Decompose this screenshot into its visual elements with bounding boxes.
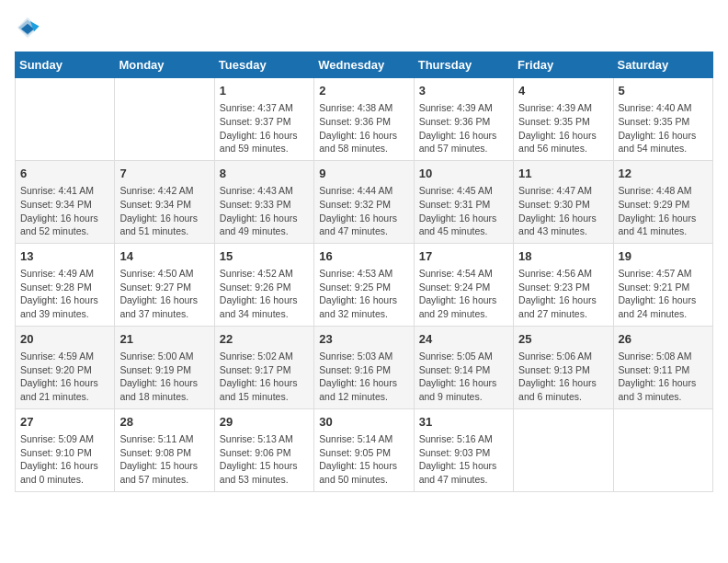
day-number: 28: [119, 414, 209, 431]
day-info: Sunrise: 4:45 AM Sunset: 9:31 PM Dayligh…: [419, 184, 508, 238]
weekday-header-thursday: Thursday: [414, 52, 513, 78]
day-number: 30: [319, 414, 408, 431]
calendar-cell: [514, 408, 613, 491]
calendar-cell: 5Sunrise: 4:40 AM Sunset: 9:35 PM Daylig…: [613, 78, 712, 161]
day-info: Sunrise: 4:37 AM Sunset: 9:37 PM Dayligh…: [220, 101, 309, 155]
weekday-header-saturday: Saturday: [613, 52, 712, 78]
day-number: 10: [419, 166, 508, 182]
day-number: 8: [220, 166, 309, 182]
calendar-cell: 4Sunrise: 4:39 AM Sunset: 9:35 PM Daylig…: [514, 78, 613, 161]
calendar-cell: 26Sunrise: 5:08 AM Sunset: 9:11 PM Dayli…: [613, 326, 712, 408]
day-info: Sunrise: 5:09 AM Sunset: 9:10 PM Dayligh…: [20, 432, 109, 487]
calendar-cell: 7Sunrise: 4:42 AM Sunset: 9:34 PM Daylig…: [115, 160, 214, 243]
calendar-cell: 11Sunrise: 4:47 AM Sunset: 9:30 PM Dayli…: [514, 160, 613, 243]
day-info: Sunrise: 4:54 AM Sunset: 9:24 PM Dayligh…: [419, 267, 508, 321]
weekday-header-wednesday: Wednesday: [314, 52, 414, 78]
calendar-week-row-5: 27Sunrise: 5:09 AM Sunset: 9:10 PM Dayli…: [16, 408, 713, 491]
calendar-cell: 2Sunrise: 4:38 AM Sunset: 9:36 PM Daylig…: [314, 78, 414, 161]
calendar-cell: [16, 78, 115, 161]
day-info: Sunrise: 4:39 AM Sunset: 9:36 PM Dayligh…: [419, 101, 508, 155]
calendar-week-row-1: 1Sunrise: 4:37 AM Sunset: 9:37 PM Daylig…: [16, 78, 713, 161]
calendar-cell: 22Sunrise: 5:02 AM Sunset: 9:17 PM Dayli…: [214, 326, 313, 408]
day-number: 20: [20, 331, 109, 348]
calendar-week-row-3: 13Sunrise: 4:49 AM Sunset: 9:28 PM Dayli…: [16, 243, 713, 326]
day-info: Sunrise: 4:52 AM Sunset: 9:26 PM Dayligh…: [220, 267, 309, 321]
calendar-cell: 27Sunrise: 5:09 AM Sunset: 9:10 PM Dayli…: [16, 408, 115, 491]
day-number: 17: [419, 248, 508, 265]
calendar-cell: [115, 78, 214, 161]
calendar-cell: 13Sunrise: 4:49 AM Sunset: 9:28 PM Dayli…: [16, 243, 115, 326]
calendar-cell: 23Sunrise: 5:03 AM Sunset: 9:16 PM Dayli…: [314, 326, 414, 408]
day-info: Sunrise: 5:14 AM Sunset: 9:05 PM Dayligh…: [319, 432, 408, 487]
day-number: 4: [518, 83, 608, 99]
calendar-cell: 3Sunrise: 4:39 AM Sunset: 9:36 PM Daylig…: [414, 78, 513, 161]
day-number: 18: [518, 248, 608, 265]
calendar-cell: 24Sunrise: 5:05 AM Sunset: 9:14 PM Dayli…: [414, 326, 513, 408]
calendar-cell: 9Sunrise: 4:44 AM Sunset: 9:32 PM Daylig…: [314, 160, 414, 243]
day-info: Sunrise: 4:42 AM Sunset: 9:34 PM Dayligh…: [119, 184, 209, 238]
weekday-header-sunday: Sunday: [16, 52, 115, 78]
calendar-cell: 29Sunrise: 5:13 AM Sunset: 9:06 PM Dayli…: [214, 408, 313, 491]
day-info: Sunrise: 5:05 AM Sunset: 9:14 PM Dayligh…: [419, 350, 508, 404]
day-info: Sunrise: 5:13 AM Sunset: 9:06 PM Dayligh…: [220, 432, 309, 487]
day-number: 16: [319, 248, 408, 265]
day-number: 12: [619, 166, 708, 182]
day-info: Sunrise: 4:40 AM Sunset: 9:35 PM Dayligh…: [619, 101, 708, 155]
calendar-cell: 8Sunrise: 4:43 AM Sunset: 9:33 PM Daylig…: [214, 160, 313, 243]
calendar-cell: 31Sunrise: 5:16 AM Sunset: 9:03 PM Dayli…: [414, 408, 513, 491]
day-number: 31: [419, 414, 508, 431]
day-number: 19: [619, 248, 708, 265]
calendar-cell: 19Sunrise: 4:57 AM Sunset: 9:21 PM Dayli…: [613, 243, 712, 326]
calendar-cell: 20Sunrise: 4:59 AM Sunset: 9:20 PM Dayli…: [16, 326, 115, 408]
calendar-cell: 12Sunrise: 4:48 AM Sunset: 9:29 PM Dayli…: [613, 160, 712, 243]
day-number: 5: [619, 83, 708, 99]
day-number: 29: [220, 414, 309, 431]
day-number: 9: [319, 166, 408, 182]
day-info: Sunrise: 4:47 AM Sunset: 9:30 PM Dayligh…: [518, 184, 608, 238]
day-number: 14: [119, 248, 209, 265]
calendar-cell: 18Sunrise: 4:56 AM Sunset: 9:23 PM Dayli…: [514, 243, 613, 326]
day-number: 1: [220, 83, 309, 99]
calendar-cell: 21Sunrise: 5:00 AM Sunset: 9:19 PM Dayli…: [115, 326, 214, 408]
day-info: Sunrise: 4:50 AM Sunset: 9:27 PM Dayligh…: [119, 267, 209, 321]
weekday-header-friday: Friday: [514, 52, 613, 78]
calendar-cell: [613, 408, 712, 491]
calendar-cell: 28Sunrise: 5:11 AM Sunset: 9:08 PM Dayli…: [115, 408, 214, 491]
day-info: Sunrise: 5:08 AM Sunset: 9:11 PM Dayligh…: [619, 350, 708, 404]
calendar-cell: 1Sunrise: 4:37 AM Sunset: 9:37 PM Daylig…: [214, 78, 313, 161]
day-info: Sunrise: 4:57 AM Sunset: 9:21 PM Dayligh…: [619, 267, 708, 321]
day-info: Sunrise: 4:38 AM Sunset: 9:36 PM Dayligh…: [319, 101, 408, 155]
day-number: 24: [419, 331, 508, 348]
calendar-table: SundayMondayTuesdayWednesdayThursdayFrid…: [15, 52, 713, 492]
day-info: Sunrise: 4:41 AM Sunset: 9:34 PM Dayligh…: [20, 184, 109, 238]
day-info: Sunrise: 5:02 AM Sunset: 9:17 PM Dayligh…: [220, 350, 309, 404]
header: [15, 15, 713, 40]
day-number: 13: [20, 248, 109, 265]
calendar-cell: 15Sunrise: 4:52 AM Sunset: 9:26 PM Dayli…: [214, 243, 313, 326]
day-number: 27: [20, 414, 109, 431]
weekday-header-tuesday: Tuesday: [214, 52, 313, 78]
day-number: 26: [619, 331, 708, 348]
weekday-header-monday: Monday: [115, 52, 214, 78]
day-number: 25: [518, 331, 608, 348]
day-info: Sunrise: 5:03 AM Sunset: 9:16 PM Dayligh…: [319, 350, 408, 404]
day-number: 2: [319, 83, 408, 99]
day-number: 22: [220, 331, 309, 348]
day-info: Sunrise: 4:43 AM Sunset: 9:33 PM Dayligh…: [220, 184, 309, 238]
calendar-cell: 17Sunrise: 4:54 AM Sunset: 9:24 PM Dayli…: [414, 243, 513, 326]
calendar-cell: 30Sunrise: 5:14 AM Sunset: 9:05 PM Dayli…: [314, 408, 414, 491]
day-info: Sunrise: 5:11 AM Sunset: 9:08 PM Dayligh…: [119, 432, 209, 487]
day-info: Sunrise: 4:59 AM Sunset: 9:20 PM Dayligh…: [20, 350, 109, 404]
calendar-cell: 10Sunrise: 4:45 AM Sunset: 9:31 PM Dayli…: [414, 160, 513, 243]
calendar-week-row-2: 6Sunrise: 4:41 AM Sunset: 9:34 PM Daylig…: [16, 160, 713, 243]
day-info: Sunrise: 4:44 AM Sunset: 9:32 PM Dayligh…: [319, 184, 408, 238]
day-info: Sunrise: 5:00 AM Sunset: 9:19 PM Dayligh…: [119, 350, 209, 404]
day-number: 3: [419, 83, 508, 99]
calendar-week-row-4: 20Sunrise: 4:59 AM Sunset: 9:20 PM Dayli…: [16, 326, 713, 408]
day-info: Sunrise: 5:16 AM Sunset: 9:03 PM Dayligh…: [419, 432, 508, 487]
day-info: Sunrise: 4:49 AM Sunset: 9:28 PM Dayligh…: [20, 267, 109, 321]
day-info: Sunrise: 5:06 AM Sunset: 9:13 PM Dayligh…: [518, 350, 608, 404]
day-number: 23: [319, 331, 408, 348]
logo-icon: [15, 15, 40, 40]
weekday-header-row: SundayMondayTuesdayWednesdayThursdayFrid…: [16, 52, 713, 78]
